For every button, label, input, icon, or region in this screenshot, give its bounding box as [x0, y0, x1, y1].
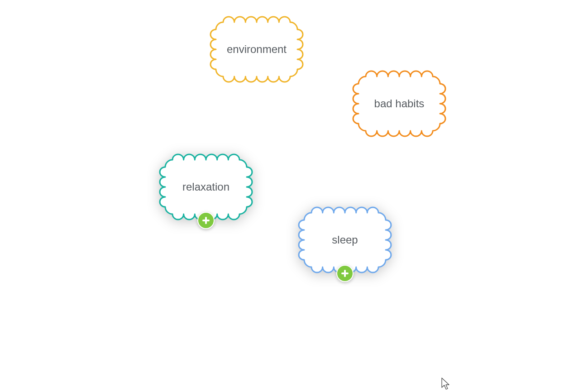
add-child-button[interactable] [336, 265, 354, 282]
cloud-shape-icon [209, 15, 305, 84]
cursor-icon [441, 378, 450, 390]
add-child-button[interactable] [197, 212, 215, 229]
node-environment[interactable]: environment [209, 15, 305, 84]
node-bad-habits[interactable]: bad habits [351, 69, 447, 138]
mindmap-canvas[interactable]: environmentbad habitsrelaxationsleep [0, 0, 588, 392]
node-sleep[interactable]: sleep [297, 206, 393, 274]
cloud-shape-icon [158, 153, 254, 221]
cloud-shape-icon [351, 69, 447, 138]
cloud-shape-icon [297, 206, 393, 274]
node-relaxation[interactable]: relaxation [158, 153, 254, 221]
